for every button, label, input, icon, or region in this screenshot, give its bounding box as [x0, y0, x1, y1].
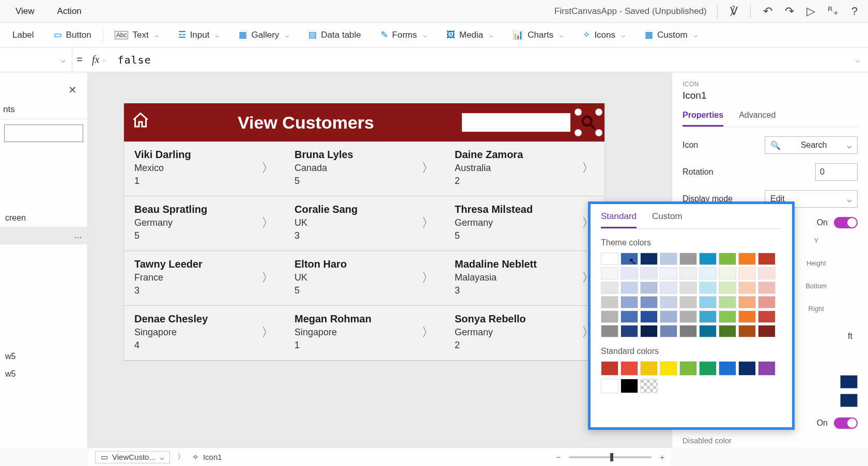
prop-rotation-input[interactable]: 0 [815, 163, 858, 181]
color-swatch[interactable] [738, 253, 756, 265]
ribbon-gallery[interactable]: ▦Gallery [230, 29, 297, 40]
color-swatch[interactable] [738, 310, 756, 323]
color-swatch[interactable] [679, 253, 697, 265]
color-swatch[interactable] [601, 361, 618, 376]
color-swatch[interactable] [758, 310, 776, 323]
more-icon[interactable]: … [74, 231, 82, 240]
color-swatch[interactable] [738, 361, 756, 376]
resize-handle-nw[interactable] [575, 108, 582, 116]
color-swatch[interactable] [640, 296, 658, 308]
customer-card[interactable]: Elton HaroUK5〉 [284, 251, 444, 306]
chevron-right-icon[interactable]: 〉 [261, 214, 274, 231]
prop-visible-toggle[interactable] [834, 217, 858, 228]
color-swatch[interactable] [621, 361, 638, 376]
color-swatch[interactable] [601, 310, 618, 323]
color-swatch[interactable] [621, 282, 638, 294]
share-icon[interactable]: ᴿ₊ [828, 5, 839, 18]
resize-handle-se[interactable] [595, 129, 602, 136]
property-selector[interactable]: ⌵ [0, 48, 72, 72]
color-swatch[interactable] [621, 379, 638, 393]
ribbon-charts[interactable]: 📊Charts [504, 29, 571, 40]
chevron-right-icon[interactable]: 〉 [422, 324, 434, 340]
color-swatch[interactable] [601, 282, 618, 294]
home-icon[interactable] [131, 111, 150, 134]
chevron-right-icon[interactable]: 〉 [261, 324, 274, 340]
prop-icon-select[interactable]: 🔍 Search⌵ [765, 136, 858, 154]
ribbon-input[interactable]: ☲Input [170, 29, 228, 40]
color-swatch[interactable] [601, 325, 618, 337]
menu-action[interactable]: Action [46, 6, 93, 17]
color-swatch[interactable] [660, 296, 677, 308]
tree-item-w5a[interactable]: w5 [0, 348, 87, 365]
color-swatch[interactable] [640, 253, 658, 265]
customer-card[interactable]: Daine ZamoraAustralia2〉 [444, 142, 605, 196]
redo-icon[interactable]: ↷ [785, 5, 794, 18]
ribbon-label[interactable]: Label [4, 30, 42, 40]
color-swatch[interactable] [621, 253, 638, 265]
tree-item-screen[interactable]: creen [0, 209, 87, 227]
color-swatch[interactable] [719, 296, 736, 308]
menu-view[interactable]: View [4, 6, 46, 17]
chevron-right-icon[interactable]: 〉 [261, 269, 274, 286]
color-chip-2[interactable] [840, 394, 858, 407]
color-swatch[interactable] [719, 361, 736, 376]
customer-card[interactable]: Bruna LylesCanada5〉 [284, 142, 444, 196]
tree-search-input[interactable] [4, 125, 83, 142]
color-swatch[interactable] [621, 267, 638, 279]
color-swatch[interactable] [699, 325, 717, 337]
tab-advanced[interactable]: Advanced [739, 111, 776, 127]
customer-card[interactable]: Denae ChesleySingapore4〉 [124, 306, 284, 361]
color-swatch[interactable] [660, 325, 677, 337]
resize-handle-sw[interactable] [575, 129, 582, 136]
color-swatch[interactable] [758, 282, 776, 294]
customer-card[interactable]: Madaline NeblettMalayasia3〉 [444, 251, 605, 306]
app-checker-icon[interactable]: ℣ [730, 5, 738, 18]
color-swatch[interactable] [758, 325, 776, 337]
color-swatch[interactable] [640, 267, 658, 279]
customer-card[interactable]: Megan RohmanSingapore1〉 [284, 306, 444, 361]
color-swatch[interactable] [621, 310, 638, 323]
fx-icon[interactable]: fx [87, 54, 111, 66]
color-swatch[interactable] [601, 267, 618, 279]
zoom-slider[interactable] [569, 456, 652, 458]
color-swatch[interactable] [621, 296, 638, 308]
design-canvas[interactable]: View Customers Viki DarlingMexico1〉Bruna… [88, 72, 672, 447]
undo-icon[interactable]: ↶ [763, 5, 772, 18]
color-swatch[interactable] [758, 296, 776, 308]
color-swatch[interactable] [601, 253, 618, 265]
chevron-right-icon[interactable]: 〉 [261, 160, 274, 176]
color-swatch[interactable] [738, 267, 756, 279]
color-swatch[interactable] [679, 282, 697, 294]
color-swatch[interactable] [738, 282, 756, 294]
color-swatch[interactable] [699, 282, 717, 294]
color-swatch[interactable] [679, 267, 697, 279]
formula-expand-icon[interactable]: ⌵ [847, 55, 868, 65]
color-swatch[interactable] [601, 296, 618, 308]
customer-card[interactable]: Sonya RebelloGermany2〉 [444, 306, 605, 361]
prop-toggle-2[interactable] [834, 417, 858, 429]
colorpop-tab-standard[interactable]: Standard [601, 211, 637, 228]
ribbon-custom[interactable]: ▦Custom [637, 29, 706, 40]
play-icon[interactable]: ▷ [807, 5, 815, 18]
color-swatch[interactable] [621, 325, 638, 337]
chevron-right-icon[interactable]: 〉 [582, 160, 594, 176]
ribbon-datatable[interactable]: ▤Data table [300, 29, 369, 40]
ribbon-media[interactable]: 🖼Media [438, 30, 501, 40]
color-swatch[interactable] [640, 282, 658, 294]
color-swatch[interactable] [679, 310, 697, 323]
color-swatch[interactable] [738, 325, 756, 337]
customer-card[interactable]: Thresa MilsteadGermany5〉 [444, 196, 605, 251]
color-swatch[interactable] [758, 361, 776, 376]
customer-card[interactable]: Coralie SangUK3〉 [284, 196, 444, 251]
color-swatch[interactable] [640, 361, 658, 376]
color-swatch[interactable] [758, 253, 776, 265]
formula-input[interactable]: false [111, 54, 847, 66]
help-icon[interactable]: ? [851, 5, 858, 18]
zoom-in-icon[interactable]: + [660, 453, 664, 461]
ribbon-forms[interactable]: ✎Forms [373, 29, 435, 40]
customer-card[interactable]: Beau SpratlingGermany5〉 [124, 196, 284, 251]
color-swatch[interactable] [640, 379, 658, 393]
color-swatch[interactable] [660, 267, 677, 279]
chevron-right-icon[interactable]: 〉 [422, 160, 434, 176]
search-icon-selected[interactable] [580, 114, 597, 131]
